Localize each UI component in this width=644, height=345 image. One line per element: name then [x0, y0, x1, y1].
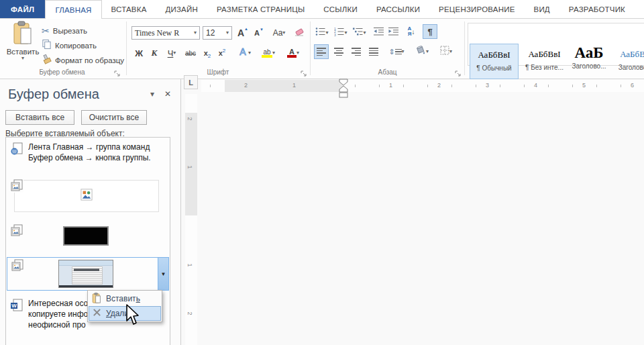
shrink-font-button[interactable]: A ▼ [252, 26, 266, 40]
align-right-button[interactable] [349, 44, 364, 59]
clear-all-button[interactable]: Очистить все [81, 110, 147, 125]
screenshot-thumbnail [58, 260, 113, 288]
bullet-list-icon [315, 27, 325, 39]
word-fragment-icon [10, 142, 23, 156]
justify-button[interactable] [366, 44, 381, 59]
paint-bucket-icon [415, 46, 426, 58]
style-heading2[interactable]: АаБбВ Заголово [609, 44, 644, 79]
font-dialog-launcher[interactable] [301, 68, 308, 76]
dropdown-triangle-icon: ▼ [161, 271, 166, 277]
tab-file[interactable]: ФАЙЛ [0, 0, 45, 19]
tab-developer[interactable]: РАЗРАБОТЧИК [559, 0, 635, 19]
tab-review[interactable]: РЕЦЕНЗИРОВАНИЕ [429, 0, 524, 19]
picture-placeholder-icon [80, 189, 93, 203]
tab-home[interactable]: ГЛАВНАЯ [45, 0, 101, 19]
empty-image-preview [14, 180, 159, 212]
format-painter-button[interactable]: Формат по образцу [42, 54, 124, 67]
clipboard-item-image-1[interactable] [7, 179, 169, 213]
group-separator [310, 21, 311, 75]
paste-button[interactable]: Вставить ▾ [4, 21, 42, 61]
align-left-button[interactable] [314, 44, 329, 59]
clipboard-item-image-2[interactable] [7, 222, 169, 254]
bullets-button[interactable]: ▾ [314, 26, 330, 40]
indent-markers[interactable] [338, 79, 349, 101]
subscript-button[interactable]: x 2 [201, 46, 213, 60]
strikethrough-button[interactable]: abc [182, 46, 199, 60]
clipboard-item-screenshot-selected[interactable]: ▼ [7, 257, 169, 291]
word-document-icon: W [10, 299, 23, 312]
ribbon-tabbar: ФАЙЛ ГЛАВНАЯ ВСТАВКА ДИЗАЙН РАЗМЕТКА СТР… [0, 0, 644, 19]
tab-insert[interactable]: ВСТАВКА [102, 0, 156, 19]
style-normal[interactable]: АаБбВвІ ¶ Обычный [470, 44, 519, 79]
clipboard-item-text-1[interactable]: Лента Главная → группа команд Буфер обме… [7, 142, 169, 171]
pane-options-caret[interactable]: ▾ [150, 89, 154, 99]
numbering-button[interactable]: 123 ▾ [333, 26, 349, 40]
align-center-icon [334, 46, 343, 57]
show-paragraph-marks-button[interactable]: ¶ [423, 24, 437, 39]
tab-references[interactable]: ССЫЛКИ [314, 0, 367, 19]
sort-arrow-icon: ↓ [411, 28, 415, 36]
paragraph-dialog-launcher[interactable] [455, 68, 462, 76]
borders-icon [440, 46, 449, 58]
font-color-button[interactable]: А ▾ [283, 46, 303, 60]
increase-indent-button[interactable] [386, 26, 400, 40]
clear-formatting-button[interactable] [292, 26, 306, 40]
pane-close-icon[interactable]: ✕ [164, 89, 171, 99]
style-no-spacing[interactable]: АаБбВвІ ¶ Без инте... [520, 44, 569, 79]
shading-button[interactable]: ▾ [412, 44, 432, 59]
group-separator [464, 21, 465, 75]
tab-design[interactable]: ДИЗАЙН [156, 0, 207, 19]
font-size-caret[interactable]: ▾ [226, 30, 229, 36]
align-center-button[interactable] [331, 44, 346, 59]
font-name-caret[interactable]: ▾ [194, 30, 197, 36]
paste-all-button[interactable]: Вставить все [5, 110, 74, 125]
tab-stop-selector[interactable]: L [184, 75, 198, 89]
group-separator [126, 21, 127, 75]
font-name-combo[interactable]: Times New R ▾ [131, 26, 200, 40]
item-dropdown-button[interactable]: ▼ [158, 258, 168, 290]
underline-button[interactable]: Ч ▾ [163, 46, 180, 60]
tab-page-layout[interactable]: РАЗМЕТКА СТРАНИЦЫ [207, 0, 314, 19]
italic-button[interactable]: К [149, 46, 160, 60]
paste-dropdown-caret[interactable]: ▾ [4, 56, 42, 61]
paragraph-group-label: Абзац [312, 68, 463, 76]
horizontal-ruler[interactable]: 2 1 1 2 3 4 5 6 [201, 80, 644, 92]
superscript-button[interactable]: x 2 [216, 46, 228, 60]
tab-view[interactable]: ВИД [525, 0, 559, 19]
copy-button[interactable]: Копировать [42, 39, 97, 52]
pane-title: Буфер обмена [8, 87, 99, 102]
svg-text:A: A [239, 46, 246, 57]
picture-pages-icon [10, 179, 23, 193]
highlight-color-button[interactable]: ab ▾ [258, 46, 279, 60]
increase-indent-icon [388, 27, 398, 39]
cut-button[interactable]: ✂ Вырезать [42, 24, 87, 38]
grow-font-button[interactable]: A ▲ [236, 26, 250, 40]
shrink-arrow-icon: ▼ [260, 28, 264, 32]
delete-x-icon [93, 308, 101, 319]
font-size-combo[interactable]: 12 ▾ [203, 26, 232, 40]
document-area [181, 79, 644, 345]
word-window: ФАЙЛ ГЛАВНАЯ ВСТАВКА ДИЗАЙН РАЗМЕТКА СТР… [0, 0, 644, 345]
multilevel-list-button[interactable]: ▾ [352, 26, 368, 40]
decrease-indent-icon [374, 27, 384, 39]
clipboard-dialog-launcher[interactable] [114, 68, 121, 76]
picture-pages-icon [10, 224, 23, 238]
change-case-button[interactable]: Aa ▾ [270, 26, 288, 40]
line-spacing-button[interactable]: ⇕ ▾ [386, 44, 407, 59]
borders-button[interactable]: ▾ [436, 44, 456, 59]
align-left-icon [317, 46, 326, 57]
text-effects-button[interactable]: A ▾ [235, 46, 254, 60]
svg-text:3: 3 [334, 33, 336, 37]
grow-arrow-icon: ▲ [244, 27, 248, 31]
bold-button[interactable]: Ж [133, 46, 145, 60]
sort-button[interactable]: А Я ↓ [404, 24, 419, 39]
decrease-indent-button[interactable] [372, 26, 385, 40]
numbered-list-icon: 123 [334, 27, 344, 39]
tab-mailings[interactable]: РАССЫЛКИ [367, 0, 429, 19]
mouse-cursor [125, 303, 142, 329]
scissors-icon: ✂ [42, 26, 50, 36]
picture-pages-icon [11, 259, 24, 273]
style-heading1[interactable]: АаБ Заголово... [569, 44, 609, 79]
vertical-ruler[interactable]: 2 1 1 2 [185, 94, 197, 345]
align-right-icon [352, 46, 361, 57]
